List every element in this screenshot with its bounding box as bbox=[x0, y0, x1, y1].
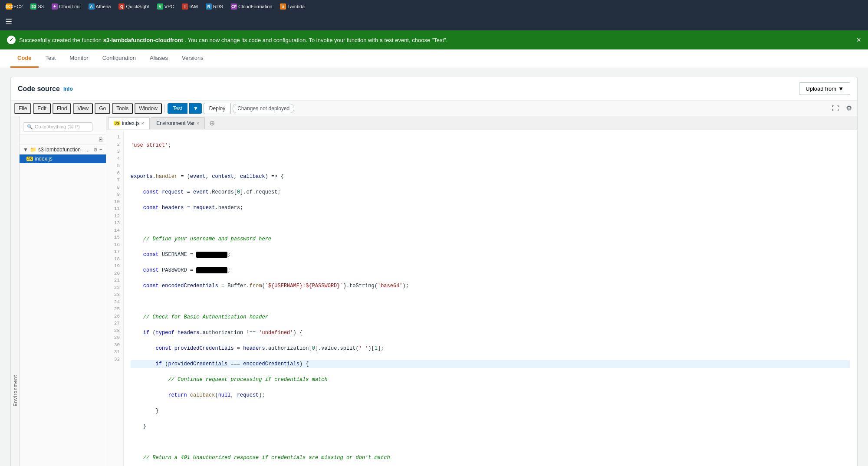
tab-configuration[interactable]: Configuration bbox=[95, 49, 143, 68]
s3-icon: S3 bbox=[30, 3, 36, 10]
line-num-22: 22 bbox=[106, 284, 123, 292]
tab-versions[interactable]: Versions bbox=[175, 49, 210, 68]
nav-label-athena: Athena bbox=[96, 4, 111, 9]
code-line-16: // Continue request processing if creden… bbox=[131, 376, 850, 384]
env-sidebar: Environment bbox=[11, 116, 20, 466]
add-tab-button[interactable]: ⊕ bbox=[206, 117, 218, 129]
banner-close-button[interactable]: × bbox=[856, 36, 861, 45]
editor-tab-index-js[interactable]: JS index.js × bbox=[108, 117, 150, 129]
search-icon: 🔍 bbox=[27, 124, 33, 130]
menu-window[interactable]: Window bbox=[135, 103, 162, 114]
tree-folder-s3[interactable]: ▼ 📁 s3-lambdafunction- … ⚙ + bbox=[20, 145, 106, 154]
editor-tab-env-var[interactable]: Environment Var × bbox=[151, 117, 205, 129]
code-line-7: // Define your username and password her… bbox=[131, 235, 850, 243]
tab-test[interactable]: Test bbox=[39, 49, 63, 68]
ec2-icon: EC2 bbox=[6, 3, 12, 10]
nav-item-iam[interactable]: I IAM bbox=[179, 3, 201, 10]
quicksight-icon: Q bbox=[118, 3, 125, 10]
menu-view[interactable]: View bbox=[73, 103, 93, 114]
copy-path-button[interactable]: ⎘ bbox=[99, 136, 102, 143]
nav-item-ec2[interactable]: EC2 EC2 bbox=[3, 3, 25, 10]
success-banner: ✓ Successfully created the function s3-l… bbox=[0, 30, 868, 49]
editor-settings-button[interactable]: ⚙ bbox=[844, 102, 854, 114]
tab-label-env-var: Environment Var bbox=[156, 120, 194, 126]
upload-from-button[interactable]: Upload from ▼ bbox=[799, 82, 850, 95]
code-editor: JS index.js × Environment Var × ⊕ bbox=[106, 116, 857, 466]
cloudformation-icon: CF bbox=[231, 3, 237, 10]
line-num-7: 7 bbox=[106, 177, 123, 184]
code-text[interactable]: 'use strict'; exports.handler = (event, … bbox=[124, 130, 857, 466]
line-num-30: 30 bbox=[106, 341, 123, 349]
editor-toolbar: File Edit Find View Go Tools Window Test… bbox=[11, 101, 857, 116]
line-num-12: 12 bbox=[106, 213, 123, 220]
line-num-4: 4 bbox=[106, 155, 123, 163]
code-line-8: const USERNAME = ; bbox=[131, 251, 850, 259]
cloudtrail-icon: ✦ bbox=[52, 3, 58, 10]
code-line-14: const providedCredentials = headers.auth… bbox=[131, 345, 850, 352]
js-tab-icon: JS bbox=[114, 121, 120, 125]
deploy-button[interactable]: Deploy bbox=[204, 103, 231, 114]
file-search-container: 🔍 Go to Anything (⌘ P) bbox=[20, 120, 106, 135]
tab-aliases[interactable]: Aliases bbox=[143, 49, 175, 68]
code-line-9: const PASSWORD = ; bbox=[131, 266, 850, 274]
upload-from-label: Upload from bbox=[806, 85, 836, 92]
menu-find[interactable]: Find bbox=[53, 103, 71, 114]
nav-item-quicksight[interactable]: Q QuickSight bbox=[116, 3, 151, 10]
nav-label-cloudformation: CloudFormation bbox=[238, 4, 272, 9]
code-line-15: if (providedCredentials === encodedCrede… bbox=[131, 360, 850, 368]
code-line-20 bbox=[131, 438, 850, 446]
nav-label-ec2: EC2 bbox=[13, 4, 23, 9]
code-source-panel: Code source Info Upload from ▼ File Edit… bbox=[10, 77, 858, 466]
nav-item-lambda[interactable]: λ Lambda bbox=[277, 3, 307, 10]
menu-edit[interactable]: Edit bbox=[33, 103, 51, 114]
code-line-1: 'use strict'; bbox=[131, 141, 850, 149]
toolbar-separator-1 bbox=[164, 105, 165, 112]
line-num-11: 11 bbox=[106, 205, 123, 213]
line-num-2: 2 bbox=[106, 141, 123, 148]
header-bar: ☰ bbox=[0, 13, 868, 30]
tree-file-index-js[interactable]: JS index.js bbox=[20, 154, 106, 163]
line-num-1: 1 bbox=[106, 134, 123, 141]
editor-tabs: JS index.js × Environment Var × ⊕ bbox=[106, 116, 857, 130]
success-suffix: . You can now change its code and config… bbox=[184, 37, 447, 43]
rds-icon: R bbox=[206, 3, 212, 10]
folder-settings-button[interactable]: ⚙ bbox=[93, 147, 98, 153]
line-num-28: 28 bbox=[106, 327, 123, 335]
test-dropdown-button[interactable]: ▼ bbox=[189, 103, 202, 114]
nav-item-athena[interactable]: A Athena bbox=[86, 3, 114, 10]
nav-item-vpc[interactable]: V VPC bbox=[155, 3, 177, 10]
tab-close-env-var[interactable]: × bbox=[197, 121, 199, 126]
nav-item-rds[interactable]: R RDS bbox=[203, 3, 226, 10]
file-search-box[interactable]: 🔍 Go to Anything (⌘ P) bbox=[23, 122, 92, 131]
tab-monitor[interactable]: Monitor bbox=[62, 49, 95, 68]
athena-icon: A bbox=[89, 3, 95, 10]
menu-file[interactable]: File bbox=[14, 103, 31, 114]
code-source-info-link[interactable]: Info bbox=[63, 86, 73, 92]
tab-close-index-js[interactable]: × bbox=[141, 121, 144, 126]
menu-go[interactable]: Go bbox=[95, 103, 110, 114]
nav-label-quicksight: QuickSight bbox=[126, 4, 149, 9]
nav-label-rds: RDS bbox=[213, 4, 223, 9]
folder-icon: 📁 bbox=[30, 147, 36, 153]
code-line-11 bbox=[131, 298, 850, 305]
code-content-area[interactable]: 1 2 3 4 5 6 7 8 9 10 11 12 13 bbox=[106, 130, 857, 466]
line-num-3: 3 bbox=[106, 148, 123, 155]
line-num-14: 14 bbox=[106, 227, 123, 234]
code-line-13: if (typeof headers.authorization !== 'un… bbox=[131, 329, 850, 337]
menu-tools[interactable]: Tools bbox=[112, 103, 133, 114]
folder-expand-icon: ▼ bbox=[23, 147, 28, 153]
line-num-26: 26 bbox=[106, 313, 123, 320]
test-button[interactable]: Test bbox=[168, 103, 187, 114]
nav-item-cloudformation[interactable]: CF CloudFormation bbox=[228, 3, 275, 10]
search-placeholder: Go to Anything (⌘ P) bbox=[35, 124, 80, 130]
expand-editor-button[interactable]: ⛶ bbox=[830, 103, 841, 114]
hamburger-menu[interactable]: ☰ bbox=[5, 17, 12, 26]
new-file-button[interactable]: + bbox=[99, 147, 102, 153]
line-num-18: 18 bbox=[106, 256, 123, 263]
nav-item-cloudtrail[interactable]: ✦ CloudTrail bbox=[49, 3, 83, 10]
tab-code[interactable]: Code bbox=[10, 49, 39, 68]
line-num-13: 13 bbox=[106, 220, 123, 227]
top-navigation: EC2 EC2 S3 S3 ✦ CloudTrail A Athena Q Qu… bbox=[0, 0, 868, 13]
nav-item-s3[interactable]: S3 S3 bbox=[28, 3, 46, 10]
code-line-4: const request = event.Records[0].cf.requ… bbox=[131, 188, 850, 196]
